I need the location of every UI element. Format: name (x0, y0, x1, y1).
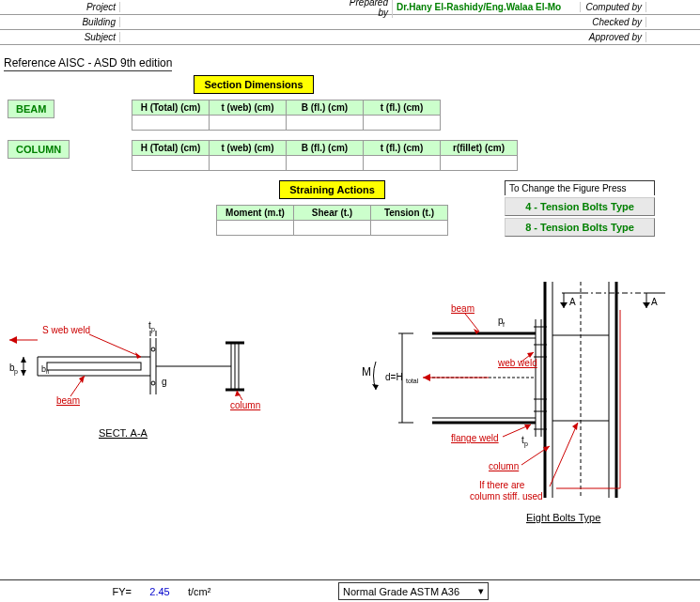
col-h-header: H (Total) (cm) (132, 141, 210, 156)
svg-marker-72 (560, 302, 568, 308)
beam-tfl-header: t (fl.) (cm) (364, 100, 441, 116)
svg-marker-22 (21, 370, 26, 376)
svg-marker-15 (135, 352, 141, 359)
diagram-area: S web weld t p b p b fl g beam column SE… (0, 282, 700, 545)
svg-text:total: total (406, 378, 419, 384)
svg-point-7 (151, 381, 155, 385)
web-weld-text: web weld (497, 358, 537, 368)
svg-marker-50 (372, 384, 379, 390)
subject-label: Subject (0, 32, 120, 42)
tension-header: Tension (t.) (371, 206, 448, 221)
grade-dropdown[interactable]: Normal Grade ASTM A36 ▾ (338, 582, 489, 600)
change-figure-title: To Change the Figure Press (505, 180, 655, 195)
col-tfl-header: t (fl.) (cm) (364, 141, 441, 156)
A-top-text: A (569, 297, 576, 307)
approved-by-label: Approved by (581, 32, 646, 42)
footer-row: FY= 2.45 t/cm² Normal Grade ASTM A36 ▾ (0, 579, 700, 602)
beam-diagram-label: beam (56, 395, 80, 406)
beam-bfl-header: B (fl.) (cm) (287, 100, 364, 116)
beam-label-right: beam (451, 303, 474, 314)
prepared-by-value: Dr.Hany El-Rashidy/Eng.Walaa El-Mo (393, 2, 581, 12)
g-text: g (162, 377, 167, 387)
beam-label: BEAM (8, 100, 54, 118)
col-rfillet-header: r(fillet) (cm) (441, 141, 518, 156)
s-web-weld-text: S web weld (42, 325, 90, 335)
col-tweb-input[interactable] (210, 156, 287, 171)
col-tweb-header: t (web) (cm) (210, 141, 287, 156)
tension-bolts-4-button[interactable]: 4 - Tension Bolts Type (505, 197, 655, 216)
column-diagram-label: column (230, 400, 260, 410)
d-htotal-text: d=H (385, 372, 403, 382)
column-table: H (Total) (cm) t (web) (cm) B (fl.) (cm)… (132, 140, 518, 171)
project-label: Project (0, 2, 120, 12)
tension-input[interactable] (371, 221, 448, 236)
building-label: Building (0, 17, 120, 27)
shear-input[interactable] (294, 221, 371, 236)
A-right-text: A (651, 297, 658, 307)
prepared-by-label: Prepared by (336, 0, 393, 18)
beam-h-input[interactable] (132, 116, 210, 131)
eight-bolts-label: Eight Bolts Type (526, 512, 600, 523)
svg-line-67 (550, 423, 578, 486)
svg-marker-75 (643, 302, 650, 308)
moment-M-text: M (362, 365, 371, 378)
svg-text:fl: fl (46, 369, 49, 375)
checked-by-label: Checked by (581, 17, 646, 27)
svg-marker-29 (9, 336, 17, 344)
reference-text: Reference AISC - ASD 9th edition (4, 56, 172, 71)
svg-text:p: p (151, 326, 155, 333)
fy-label: FY= (94, 586, 132, 597)
flange-weld-text: flange weld (451, 433, 499, 443)
sect-aa-label: SECT. A-A (99, 427, 148, 439)
svg-text:f: f (503, 321, 505, 328)
computed-by-label: Computed by (581, 2, 646, 12)
beam-tweb-input[interactable] (210, 116, 287, 131)
chevron-down-icon: ▾ (478, 585, 484, 597)
shear-header: Shear (t.) (294, 206, 371, 221)
svg-text:p: p (524, 440, 528, 448)
svg-text:p: p (14, 368, 18, 376)
section-dimensions-title: Section Dimensions (194, 75, 313, 94)
column-label-right: column (489, 461, 519, 471)
beam-bfl-input[interactable] (287, 116, 364, 131)
beam-tfl-input[interactable] (364, 116, 441, 131)
svg-line-14 (89, 334, 141, 357)
beam-table: H (Total) (cm) t (web) (cm) B (fl.) (cm)… (132, 100, 441, 131)
beam-h-header: H (Total) (cm) (132, 100, 210, 116)
svg-marker-21 (21, 357, 26, 363)
col-rfillet-input[interactable] (441, 156, 518, 171)
tension-bolts-8-button[interactable]: 8 - Tension Bolts Type (505, 218, 655, 237)
stiff-note-2: column stiff. used (470, 491, 543, 502)
svg-point-6 (151, 347, 155, 351)
beam-tweb-header: t (web) (cm) (210, 100, 287, 116)
svg-rect-5 (47, 363, 141, 370)
svg-line-55 (465, 314, 479, 332)
col-h-input[interactable] (132, 156, 210, 171)
col-bfl-header: B (fl.) (cm) (287, 141, 364, 156)
svg-marker-61 (423, 374, 430, 381)
fy-unit: t/cm² (188, 586, 244, 597)
moment-input[interactable] (217, 221, 294, 236)
col-tfl-input[interactable] (364, 156, 441, 171)
column-label: COLUMN (8, 140, 70, 159)
straining-table: Moment (m.t) Shear (t.) Tension (t.) (216, 205, 448, 236)
moment-header: Moment (m.t) (217, 206, 294, 221)
col-bfl-input[interactable] (287, 156, 364, 171)
fy-value[interactable]: 2.45 (132, 586, 188, 597)
diagram-svg: S web weld t p b p b fl g beam column SE… (0, 282, 700, 545)
stiff-note-1: If there are (479, 480, 525, 490)
straining-actions-title: Straining Actions (279, 180, 385, 199)
